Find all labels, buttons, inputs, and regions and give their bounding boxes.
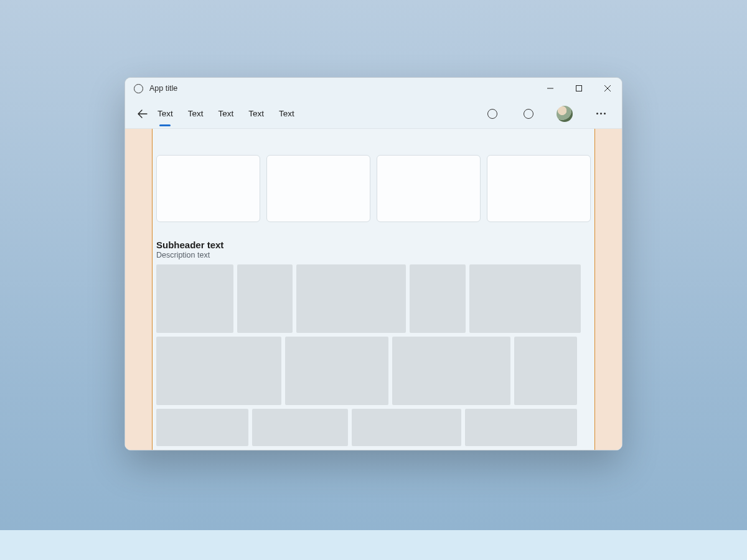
more-button[interactable]	[588, 101, 613, 126]
tile-mosaic	[153, 264, 594, 450]
tab-item-3[interactable]: Text	[248, 106, 264, 121]
minimize-button[interactable]	[536, 78, 565, 99]
placeholder-circle-icon	[524, 109, 533, 119]
tile-item[interactable]	[514, 337, 577, 405]
tile-item[interactable]	[237, 264, 293, 333]
tab-item-4[interactable]: Text	[279, 106, 294, 121]
subheader-text: Subheader text	[156, 240, 591, 250]
tab-strip: Text Text Text Text Text	[157, 106, 294, 121]
app-icon	[134, 84, 143, 93]
tile-item[interactable]	[285, 337, 388, 405]
section-heading: Subheader text Description text	[153, 240, 594, 264]
content-card[interactable]	[156, 155, 260, 222]
tab-item-0[interactable]: Text	[157, 106, 173, 121]
tile-item[interactable]	[296, 264, 406, 333]
description-text: Description text	[156, 251, 591, 259]
desktop-taskbar[interactable]	[0, 530, 747, 560]
tile-item[interactable]	[252, 409, 348, 446]
svg-rect-1	[576, 86, 582, 91]
right-margin-guide	[594, 129, 622, 450]
back-arrow-icon	[138, 109, 148, 119]
close-icon	[604, 85, 611, 91]
tile-row	[153, 409, 594, 450]
tab-item-2[interactable]: Text	[218, 106, 234, 121]
tile-item[interactable]	[156, 337, 281, 405]
app-title: App title	[149, 84, 177, 93]
minimize-icon	[547, 85, 553, 91]
left-margin-guide	[125, 129, 153, 450]
titlebar: App title	[125, 78, 622, 99]
maximize-icon	[576, 85, 582, 91]
tile-row	[153, 337, 594, 409]
command-bar: Text Text Text Text Text	[125, 99, 622, 129]
content-card[interactable]	[487, 155, 591, 222]
back-button[interactable]	[134, 105, 151, 123]
placeholder-circle-icon	[487, 109, 497, 119]
content-card[interactable]	[377, 155, 481, 222]
user-avatar-button[interactable]	[552, 101, 577, 126]
more-icon	[596, 113, 606, 114]
tile-item[interactable]	[410, 264, 466, 333]
close-button[interactable]	[593, 78, 622, 99]
tile-item[interactable]	[156, 409, 248, 446]
content-area: Subheader text Description text	[125, 129, 622, 450]
tile-row	[153, 264, 594, 337]
app-window: App title Text Text Text Text Text	[125, 77, 622, 450]
tile-item[interactable]	[469, 264, 581, 333]
action-button-2[interactable]	[516, 101, 541, 126]
card-row	[153, 155, 594, 240]
tile-item[interactable]	[352, 409, 461, 446]
content-card[interactable]	[266, 155, 370, 222]
action-button-1[interactable]	[480, 101, 505, 126]
main-column: Subheader text Description text	[153, 129, 594, 450]
tile-item[interactable]	[156, 264, 233, 333]
tab-item-1[interactable]: Text	[188, 106, 204, 121]
tile-item[interactable]	[465, 409, 577, 446]
avatar	[557, 106, 573, 122]
maximize-button[interactable]	[565, 78, 593, 99]
tile-item[interactable]	[392, 337, 510, 405]
